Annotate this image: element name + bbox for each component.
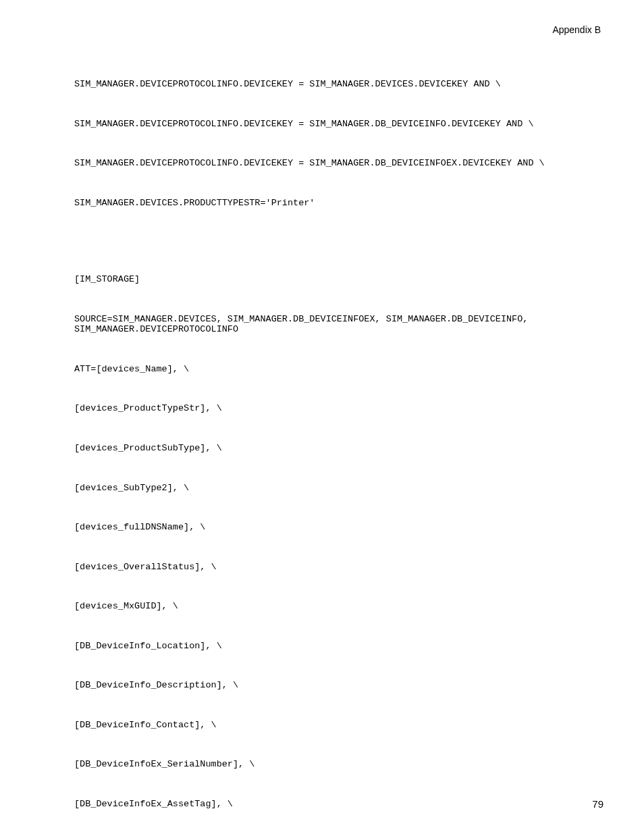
- code-line: SIM_MANAGER.DEVICEPROTOCOLINFO.DEVICEKEY…: [74, 158, 605, 169]
- code-line: [DB_DeviceInfo_Contact], \: [74, 720, 605, 731]
- code-line: SIM_MANAGER.DEVICEPROTOCOLINFO.DEVICEKEY…: [74, 79, 605, 90]
- code-line: ATT=[devices_Name], \: [74, 364, 605, 375]
- code-line: [IM_STORAGE]: [74, 274, 605, 285]
- code-line: SIM_MANAGER.DEVICES.PRODUCTTYPESTR='Prin…: [74, 198, 605, 209]
- code-line: [devices_OverallStatus], \: [74, 562, 605, 573]
- code-line: [DB_DeviceInfo_Location], \: [74, 641, 605, 652]
- document-page: Appendix B SIM_MANAGER.DEVICEPROTOCOLINF…: [0, 0, 644, 834]
- code-line: [DB_DeviceInfoEx_AssetTag], \: [74, 799, 605, 810]
- code-line: [DB_DeviceInfo_Description], \: [74, 680, 605, 691]
- code-line: [devices_MxGUID], \: [74, 601, 605, 612]
- code-line: [devices_ProductTypeStr], \: [74, 403, 605, 414]
- page-number: 79: [592, 798, 603, 810]
- code-line: SIM_MANAGER.DEVICEPROTOCOLINFO.DEVICEKEY…: [74, 119, 605, 130]
- code-line: [devices_SubType2], \: [74, 483, 605, 494]
- code-line: [devices_fullDNSName], \: [74, 522, 605, 533]
- page-header: Appendix B: [74, 24, 605, 35]
- code-line: [devices_ProductSubType], \: [74, 443, 605, 454]
- code-line: SOURCE=SIM_MANAGER.DEVICES, SIM_MANAGER.…: [74, 314, 605, 335]
- code-block: SIM_MANAGER.DEVICEPROTOCOLINFO.DEVICEKEY…: [74, 58, 605, 834]
- code-line: [DB_DeviceInfoEx_SerialNumber], \: [74, 759, 605, 770]
